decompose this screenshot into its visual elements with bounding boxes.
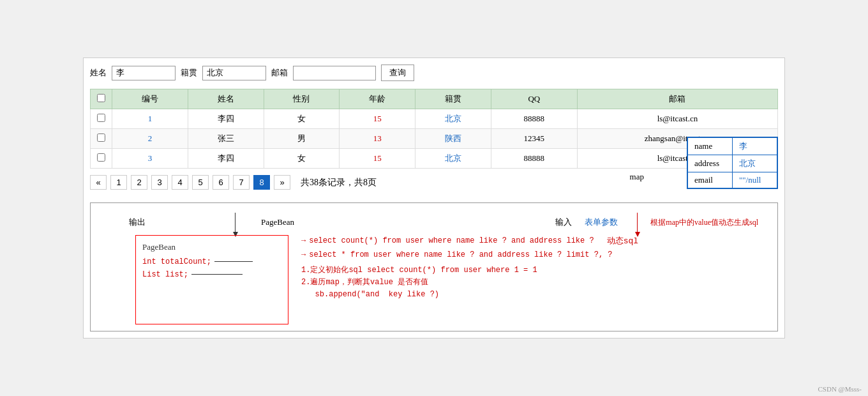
map-value-name: 李 [733,138,777,155]
page-6-button[interactable]: 6 [213,175,229,190]
pagination-map-wrapper: « 1 2 3 4 5 6 7 8 » 共38条记录，共8页 map name … [90,175,778,190]
row-qq: 12345 [491,129,577,149]
map-row-address: address 北京 [688,155,777,172]
main-container: 姓名 籍贯 邮箱 查询 编号 姓名 性别 年龄 籍贯 QQ 邮箱 1 李四 女 [83,57,785,339]
list-field: List list; [142,270,281,279]
map-panel: name 李 address 北京 email ""/null [687,137,778,189]
row-qq: 88888 [491,149,577,169]
header-age: 年龄 [340,89,415,109]
email-label: 邮箱 [271,67,288,79]
page-3-button[interactable]: 3 [151,175,168,190]
pagebean-box: PageBean int totalCount; List list; [135,235,288,324]
map-row-email: email ""/null [688,172,777,188]
map-key-email: email [688,172,733,188]
steps-area: 1.定义初始化sql select count(*) from user whe… [301,264,771,301]
page-7-button[interactable]: 7 [233,175,250,190]
select-all-checkbox[interactable] [97,94,105,102]
row-qq: 88888 [491,109,577,129]
map-table: name 李 address 北京 email ""/null [687,137,777,188]
row-checkbox[interactable] [97,133,105,142]
sql-line-2: → select * from user where name like ? a… [301,250,771,259]
diagram-header: 输出 PageBean 输入 表单参数 根据map中的value值动态生成sql [97,213,771,232]
table-row: 3 李四 女 15 北京 88888 ls@itcast.cn [91,149,778,169]
total-count-field: int totalCount; [142,257,281,266]
map-key-address: address [688,155,733,172]
email-input[interactable] [293,66,376,80]
table-row: 2 张三 男 13 陕西 12345 zhangsan@itcast.cn [91,129,778,149]
籍贯-label: 籍贯 [181,67,197,79]
sql-text-2: select * from user where name like ? and… [309,250,612,259]
row-id: 1 [112,109,188,129]
page-8-button[interactable]: 8 [253,175,270,190]
籍贯-input[interactable] [202,66,266,80]
pagebean-top-label: PageBean [261,217,294,227]
row-age: 15 [340,109,415,129]
row-checkbox-cell[interactable] [91,129,112,149]
row-name: 李四 [188,149,264,169]
search-button[interactable]: 查询 [381,65,414,81]
map-value-address: 北京 [733,155,777,172]
output-label: 输出 [129,217,146,228]
form-params-label: 表单参数 [585,217,618,228]
id-link[interactable]: 2 [148,133,153,143]
row-checkbox-cell[interactable] [91,149,112,169]
diagram-body: PageBean int totalCount; List list; → se… [97,235,771,324]
row-gender: 男 [264,129,340,149]
row-gender: 女 [264,109,340,129]
row-hometown: 北京 [415,109,491,129]
sql-area: → select count(*) from user where name l… [301,235,771,301]
id-link[interactable]: 3 [148,153,153,163]
header-checkbox[interactable] [91,89,112,109]
map-key-name: name [688,138,733,155]
row-age: 15 [340,149,415,169]
pagination-row: « 1 2 3 4 5 6 7 8 » 共38条记录，共8页 [90,175,778,190]
row-age: 13 [340,129,415,149]
step-3: sb.append("and key like ?) [301,289,771,301]
row-gender: 女 [264,149,340,169]
row-hometown: 北京 [415,149,491,169]
row-hometown: 陕西 [415,129,491,149]
row-id: 3 [112,149,188,169]
search-bar: 姓名 籍贯 邮箱 查询 [90,65,778,81]
header-name: 姓名 [188,89,264,109]
step-1: 1.定义初始化sql select count(*) from user whe… [301,264,771,277]
name-input[interactable] [112,66,176,80]
table-header-row: 编号 姓名 性别 年龄 籍贯 QQ 邮箱 [91,89,778,109]
page-info: 共38条记录，共8页 [301,177,377,188]
step-2: 2.遍历map，判断其value 是否有值 [301,277,771,289]
id-link[interactable]: 1 [148,114,153,123]
data-table: 编号 姓名 性别 年龄 籍贯 QQ 邮箱 1 李四 女 15 北京 88888 … [90,89,778,169]
header-email: 邮箱 [577,89,777,109]
sql-text-1: select count(*) from user where name lik… [309,236,594,245]
map-sql-desc: 根据map中的value值动态生成sql [650,217,758,228]
page-2-button[interactable]: 2 [131,175,147,190]
page-4-button[interactable]: 4 [172,175,188,190]
row-checkbox[interactable] [97,114,105,122]
row-name: 李四 [188,109,264,129]
map-value-email: ""/null [733,172,777,188]
table-row: 1 李四 女 15 北京 88888 ls@itcast.cn [91,109,778,129]
header-gender: 性别 [264,89,340,109]
prev-page-button[interactable]: « [90,175,107,190]
watermark: CSDN @Msss- [818,385,862,393]
next-page-button[interactable]: » [274,175,290,190]
row-name: 张三 [188,129,264,149]
row-checkbox-cell[interactable] [91,109,112,129]
map-label: map [630,172,644,182]
row-checkbox[interactable] [97,153,105,162]
page-1-button[interactable]: 1 [110,175,127,190]
sql-arrow-1: → [301,236,306,245]
input-label: 输入 [555,217,572,228]
pagebean-title: PageBean [142,242,281,252]
header-id: 编号 [112,89,188,109]
sql-line-1: → select count(*) from user where name l… [301,235,771,247]
sql-arrow-2: → [301,250,306,259]
map-row-name: name 李 [688,138,777,155]
header-qq: QQ [491,89,577,109]
dynamic-sql-label: 动态sql [607,235,638,247]
diagram-section: 输出 PageBean 输入 表单参数 根据map中的value值动态生成sql [90,202,778,331]
page-5-button[interactable]: 5 [192,175,209,190]
header-hometown: 籍贯 [415,89,491,109]
row-email: ls@itcast.cn [577,109,777,129]
name-label: 姓名 [90,67,107,79]
